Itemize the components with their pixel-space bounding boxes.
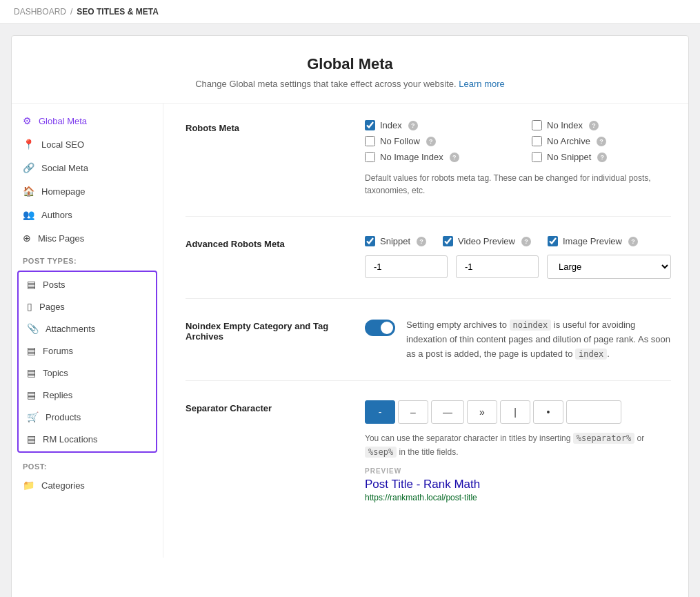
image-preview-select[interactable]: None Standard Large: [547, 255, 671, 279]
separator-raquo-button[interactable]: »: [467, 400, 497, 424]
separator-code1: %separator%: [573, 433, 634, 444]
sidebar-item-local-seo[interactable]: 📍 Local SEO: [12, 133, 163, 156]
separator-custom-input[interactable]: [566, 400, 621, 424]
checkbox-video-preview-label: Video Preview: [458, 236, 515, 246]
sidebar-item-label: Forums: [43, 346, 73, 356]
snippet-value-input[interactable]: [365, 255, 448, 278]
preview-title[interactable]: Post Title - Rank Math: [365, 478, 671, 491]
sidebar-item-authors[interactable]: 👥 Authors: [12, 203, 163, 226]
sidebar-item-categories[interactable]: 📁 Categories: [12, 473, 163, 497]
checkbox-video-preview[interactable]: [443, 236, 453, 246]
checkbox-nofollow[interactable]: [365, 136, 375, 146]
page-title: Global Meta: [26, 55, 674, 73]
page-header: Global Meta Change Global meta settings …: [12, 36, 688, 104]
checkbox-snippet-row: Snippet ?: [365, 236, 426, 246]
nosnippet-help-icon[interactable]: ?: [597, 153, 607, 162]
checkbox-snippet-label: Snippet: [380, 236, 410, 246]
separator-dash-button[interactable]: -: [365, 400, 395, 424]
attachments-icon: 📎: [27, 323, 39, 334]
checkbox-noarchive[interactable]: [532, 136, 542, 146]
sidebar-item-label: Local SEO: [41, 139, 84, 150]
preview-url: https://rankmath.local/post-title: [365, 493, 671, 502]
checkbox-nofollow-row: No Follow ?: [365, 136, 504, 146]
checkbox-noindex-label: No Index: [547, 120, 583, 130]
checkbox-noindex[interactable]: [532, 120, 542, 130]
checkbox-image-preview-row: Image Preview ?: [548, 236, 638, 246]
social-icon: 🔗: [23, 162, 34, 173]
separator-mdash-button[interactable]: —: [431, 400, 464, 424]
noindex-help-icon[interactable]: ?: [589, 121, 599, 130]
separator-pipe-button[interactable]: |: [500, 400, 530, 424]
checkbox-index[interactable]: [365, 120, 375, 130]
separator-section: Separator Character - – — » | • You c: [186, 400, 671, 521]
topbar-separator: /: [70, 7, 72, 17]
noarchive-help-icon[interactable]: ?: [597, 137, 606, 146]
noindex-label: Noindex Empty Category and Tag Archives: [186, 318, 337, 342]
checkbox-snippet[interactable]: [365, 236, 375, 246]
replies-icon: ▤: [27, 389, 36, 400]
sidebar-item-misc-pages[interactable]: ⊕ Misc Pages: [12, 226, 163, 250]
sidebar-item-label: Misc Pages: [38, 233, 84, 244]
sidebar-item-label: Authors: [41, 210, 72, 220]
noindex-section: Noindex Empty Category and Tag Archives …: [186, 318, 671, 381]
sidebar-item-label: Social Meta: [41, 163, 88, 173]
sidebar-item-label: Products: [46, 412, 81, 422]
noindex-code1: noindex: [510, 320, 552, 331]
sidebar-item-homepage[interactable]: 🏠 Homepage: [12, 179, 163, 203]
posts-icon: ▤: [27, 279, 36, 290]
topbar-current: SEO TITLES & META: [77, 7, 158, 17]
post-types-label: Post Types:: [12, 250, 163, 268]
image-preview-help-icon[interactable]: ?: [628, 237, 638, 246]
checkbox-nosnippet-row: No Snippet ?: [532, 152, 671, 162]
sidebar-item-posts[interactable]: ▤ Posts: [19, 273, 156, 295]
video-preview-help-icon[interactable]: ?: [521, 237, 531, 246]
advanced-robots-content: Snippet ? Video Preview ? Image Preview: [365, 236, 671, 279]
sidebar-item-attachments[interactable]: 📎 Attachments: [19, 317, 156, 340]
separator-bullet-button[interactable]: •: [533, 400, 563, 424]
checkbox-no-image-index[interactable]: [365, 152, 375, 162]
no-image-index-help-icon[interactable]: ?: [450, 153, 459, 162]
noindex-description: Setting empty archives to noindex is use…: [406, 318, 671, 361]
post-section-label: Post:: [12, 456, 163, 473]
checkbox-image-preview-label: Image Preview: [563, 236, 622, 246]
sidebar-item-label: Homepage: [41, 186, 86, 197]
learn-more-link[interactable]: Learn more: [459, 79, 504, 89]
separator-code2: %sep%: [365, 447, 397, 458]
checkbox-index-label: Index: [380, 120, 402, 130]
sidebar-item-pages[interactable]: ▯ Pages: [19, 295, 156, 317]
separator-ndash-button[interactable]: –: [398, 400, 428, 424]
checkbox-noarchive-label: No Archive: [547, 136, 590, 146]
separator-buttons: - – — » | •: [365, 400, 671, 424]
main-content: Robots Meta Index ?: [163, 104, 693, 558]
noindex-toggle[interactable]: [365, 320, 395, 336]
sidebar-item-label: Replies: [43, 390, 72, 400]
video-preview-value-input[interactable]: [456, 255, 539, 278]
advanced-robots-label: Advanced Robots Meta: [186, 236, 337, 249]
categories-icon: 📁: [23, 480, 34, 491]
checkbox-nosnippet[interactable]: [532, 152, 542, 162]
sidebar-item-topics[interactable]: ▤ Topics: [19, 362, 156, 384]
topbar-dashboard[interactable]: DASHBOARD: [14, 7, 66, 17]
rm-locations-icon: ▤: [27, 433, 36, 444]
pin-icon: 📍: [23, 139, 34, 150]
separator-content: - – — » | • You can use the separator ch…: [365, 400, 671, 502]
checkbox-noindex-row: No Index ?: [532, 120, 671, 130]
sidebar-item-products[interactable]: 🛒 Products: [19, 406, 156, 428]
checkbox-no-image-index-row: No Image Index ?: [365, 152, 504, 162]
nofollow-help-icon[interactable]: ?: [426, 137, 436, 146]
topics-icon: ▤: [27, 367, 36, 378]
advanced-robots-section: Advanced Robots Meta Snippet ? Video Pre…: [186, 236, 671, 299]
sidebar-item-replies[interactable]: ▤ Replies: [19, 384, 156, 406]
sidebar-item-rm-locations[interactable]: ▤ RM Locations: [19, 428, 156, 450]
sidebar-item-social-meta[interactable]: 🔗 Social Meta: [12, 156, 163, 179]
snippet-help-icon[interactable]: ?: [417, 237, 426, 246]
noindex-code2: index: [575, 349, 607, 360]
pages-icon: ▯: [27, 301, 32, 312]
users-icon: 👥: [23, 209, 34, 220]
home-icon: 🏠: [23, 186, 34, 197]
index-help-icon[interactable]: ?: [408, 121, 418, 130]
sidebar-item-forums[interactable]: ▤ Forums: [19, 340, 156, 362]
checkbox-image-preview[interactable]: [548, 236, 558, 246]
sidebar-item-global-meta[interactable]: ⚙ Global Meta: [12, 109, 163, 133]
sidebar: ⚙ Global Meta 📍 Local SEO 🔗 Social Meta …: [12, 104, 163, 558]
